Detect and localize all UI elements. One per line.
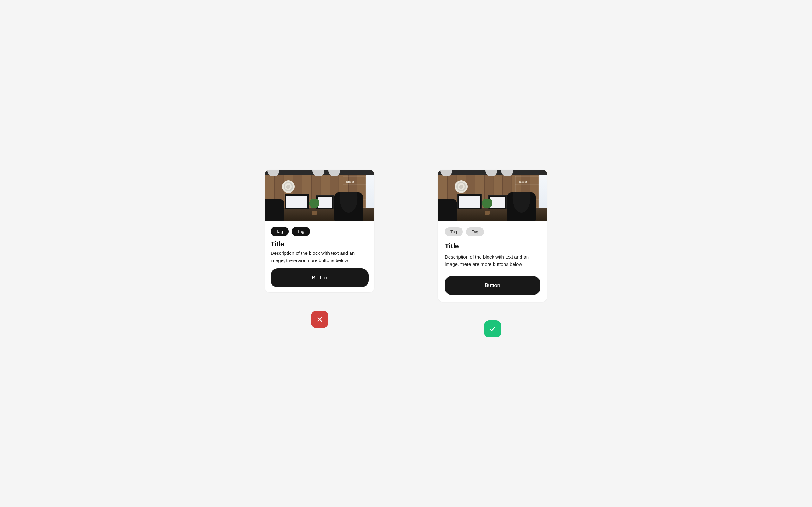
tag[interactable]: Tag [445,227,463,236]
tag-row: Tag Tag [270,227,368,236]
card-body: Tag Tag Title Description of the block w… [438,222,547,302]
cross-icon [311,311,328,328]
card-description: Description of the block with text and a… [445,253,540,268]
tag[interactable]: Tag [466,227,484,236]
card-button[interactable]: Button [270,268,368,287]
tag[interactable]: Tag [292,227,310,236]
check-icon [484,320,501,337]
card-title: Title [270,240,368,248]
good-example-column: onasi Tag Tag Title Description of the b… [438,170,547,337]
card-button[interactable]: Button [445,276,540,295]
card-title: Title [445,242,540,250]
card-image: onasi [438,170,547,222]
card-description: Description of the block with text and a… [270,250,368,264]
card-good: onasi Tag Tag Title Description of the b… [438,170,547,302]
card-bad: onasi Tag Tag Title Description of the b… [265,170,374,292]
card-body: Tag Tag Title Description of the block w… [265,222,374,292]
card-image: onasi [265,170,374,222]
tag[interactable]: Tag [270,227,289,236]
comparison-layout: onasi Tag Tag Title Description of the b… [265,170,547,337]
tag-row: Tag Tag [445,227,540,236]
bad-example-column: onasi Tag Tag Title Description of the b… [265,170,374,328]
